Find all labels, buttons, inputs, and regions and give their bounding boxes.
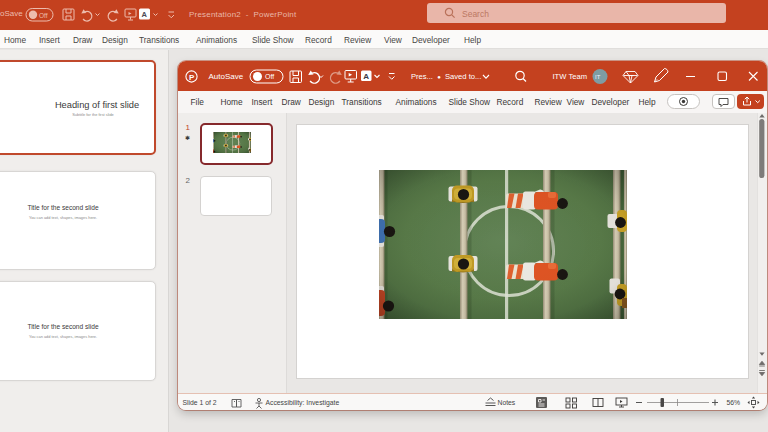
svg-text:Off: Off (39, 12, 48, 19)
svg-text:A: A (363, 71, 369, 80)
svg-text:A: A (142, 10, 148, 19)
svg-text:IT: IT (595, 74, 601, 80)
svg-text:Off: Off (265, 73, 274, 80)
svg-text:P: P (189, 72, 195, 81)
